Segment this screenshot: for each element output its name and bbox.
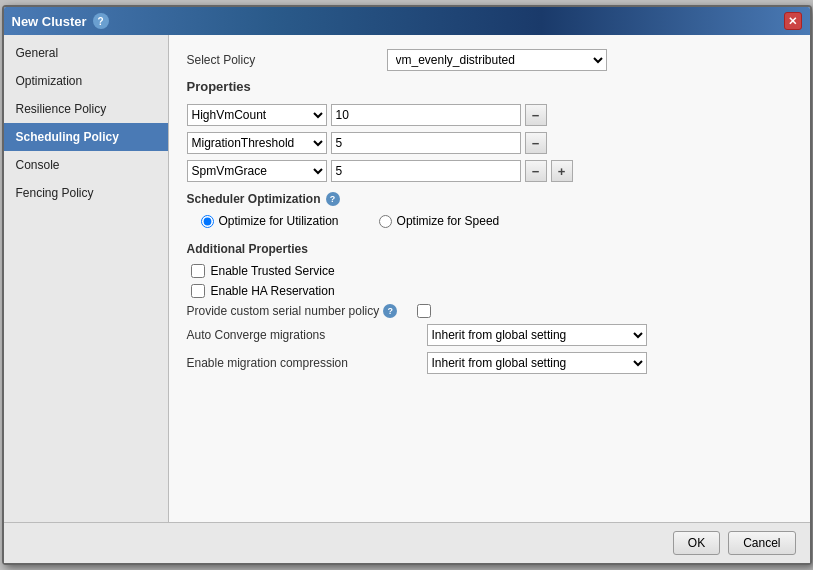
enable-ha-label: Enable HA Reservation [211,284,335,298]
auto-converge-row: Auto Converge migrations Inherit from gl… [187,324,792,346]
enable-trusted-row: Enable Trusted Service [187,264,792,278]
sidebar-item-resilience-policy[interactable]: Resilience Policy [4,95,168,123]
serial-number-row: Provide custom serial number policy ? [187,304,792,318]
sidebar-item-general[interactable]: General [4,39,168,67]
prop-value-input-0[interactable] [331,104,521,126]
dialog-title: New Cluster [12,14,87,29]
select-policy-label: Select Policy [187,53,387,67]
prop-name-select-1[interactable]: MigrationThreshold HighVmCount SpmVmGrac… [187,132,327,154]
dialog-body: General Optimization Resilience Policy S… [4,35,810,522]
dialog-close-button[interactable]: ✕ [784,12,802,30]
serial-help-icon[interactable]: ? [383,304,397,318]
dialog-titlebar: New Cluster ? ✕ [4,7,810,35]
scheduler-help-icon[interactable]: ? [326,192,340,206]
prop-decrement-0[interactable]: − [525,104,547,126]
enable-ha-checkbox[interactable] [191,284,205,298]
enable-trusted-label: Enable Trusted Service [211,264,335,278]
dialog-help-icon[interactable]: ? [93,13,109,29]
select-policy-dropdown[interactable]: vm_evenly_distributed none evenly_distri… [387,49,607,71]
auto-converge-select[interactable]: Inherit from global setting Yes No [427,324,647,346]
radio-label-utilization: Optimize for Utilization [219,214,339,228]
sidebar: General Optimization Resilience Policy S… [4,35,169,522]
enable-trusted-checkbox[interactable] [191,264,205,278]
sidebar-item-fencing-policy[interactable]: Fencing Policy [4,179,168,207]
properties-row-migrationthreshold: MigrationThreshold HighVmCount SpmVmGrac… [187,132,792,154]
sidebar-item-optimization[interactable]: Optimization [4,67,168,95]
radio-row: Optimize for Utilization Optimize for Sp… [187,214,792,228]
enable-ha-row: Enable HA Reservation [187,284,792,298]
serial-number-checkbox[interactable] [417,304,431,318]
scheduler-optimization-section: Scheduler Optimization ? Optimize for Ut… [187,192,792,228]
main-content: Select Policy vm_evenly_distributed none… [169,35,810,522]
cancel-button[interactable]: Cancel [728,531,795,555]
properties-row-highvmcount: HighVmCount MigrationThreshold SpmVmGrac… [187,104,792,126]
prop-decrement-2[interactable]: − [525,160,547,182]
prop-value-input-2[interactable] [331,160,521,182]
radio-optimize-speed[interactable]: Optimize for Speed [379,214,500,228]
sidebar-item-console[interactable]: Console [4,151,168,179]
additional-properties-title: Additional Properties [187,242,792,256]
prop-decrement-1[interactable]: − [525,132,547,154]
select-policy-row: Select Policy vm_evenly_distributed none… [187,49,792,71]
enable-compression-label: Enable migration compression [187,356,427,370]
radio-input-speed[interactable] [379,215,392,228]
serial-number-label: Provide custom serial number policy ? [187,304,398,318]
auto-converge-label: Auto Converge migrations [187,328,427,342]
prop-increment-2[interactable]: + [551,160,573,182]
radio-input-utilization[interactable] [201,215,214,228]
new-cluster-dialog: New Cluster ? ✕ General Optimization Res… [2,5,812,565]
prop-value-input-1[interactable] [331,132,521,154]
radio-optimize-utilization[interactable]: Optimize for Utilization [201,214,339,228]
prop-name-select-2[interactable]: SpmVmGrace HighVmCount MigrationThreshol… [187,160,327,182]
radio-label-speed: Optimize for Speed [397,214,500,228]
ok-button[interactable]: OK [673,531,720,555]
scheduler-optimization-label: Scheduler Optimization ? [187,192,792,206]
sidebar-item-scheduling-policy[interactable]: Scheduling Policy [4,123,168,151]
enable-compression-select[interactable]: Inherit from global setting Yes No [427,352,647,374]
title-left: New Cluster ? [12,13,109,29]
properties-row-spmvmgrace: SpmVmGrace HighVmCount MigrationThreshol… [187,160,792,182]
dialog-footer: OK Cancel [4,522,810,563]
properties-title: Properties [187,79,792,94]
enable-compression-row: Enable migration compression Inherit fro… [187,352,792,374]
prop-name-select-0[interactable]: HighVmCount MigrationThreshold SpmVmGrac… [187,104,327,126]
